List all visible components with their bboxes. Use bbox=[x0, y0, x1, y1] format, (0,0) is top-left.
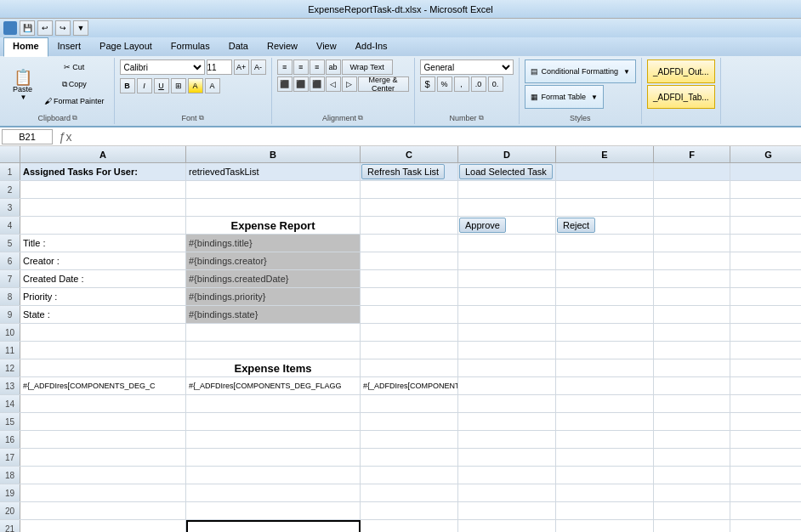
paste-button[interactable]: 📋 Paste ▼ bbox=[7, 59, 38, 110]
fill-color-button[interactable]: A bbox=[188, 78, 203, 93]
cell-b21[interactable] bbox=[186, 520, 361, 532]
cell-c16[interactable] bbox=[361, 431, 458, 448]
number-expand[interactable]: ⧉ bbox=[479, 114, 484, 122]
font-decrease-btn[interactable]: A- bbox=[251, 59, 266, 75]
cell-e15[interactable] bbox=[556, 413, 654, 430]
cell-d20[interactable] bbox=[458, 502, 556, 519]
cell-c6[interactable] bbox=[361, 252, 458, 269]
cell-e13[interactable] bbox=[556, 377, 654, 394]
angle-text-btn[interactable]: ab bbox=[326, 59, 341, 75]
cell-e4[interactable]: Reject bbox=[556, 217, 654, 234]
adfdi-out-button[interactable]: _ADFDI_Out... bbox=[647, 59, 715, 83]
cell-a16[interactable] bbox=[20, 431, 186, 448]
cell-b8[interactable]: #{bindings.priority} bbox=[186, 288, 361, 305]
cell-c21[interactable] bbox=[361, 520, 458, 532]
cell-c11[interactable] bbox=[361, 342, 458, 359]
cell-d7[interactable] bbox=[458, 270, 556, 287]
comma-btn[interactable]: , bbox=[454, 76, 469, 92]
cell-e2[interactable] bbox=[556, 181, 654, 198]
cell-c9[interactable] bbox=[361, 306, 458, 323]
cell-a7[interactable]: Created Date : bbox=[20, 270, 186, 287]
cell-d12[interactable] bbox=[458, 359, 556, 376]
font-expand[interactable]: ⧉ bbox=[199, 114, 204, 122]
cell-g1[interactable] bbox=[730, 163, 801, 180]
cell-a12[interactable] bbox=[20, 359, 186, 376]
cell-d15[interactable] bbox=[458, 413, 556, 430]
cell-g6[interactable] bbox=[730, 252, 801, 269]
tab-page-layout[interactable]: Page Layout bbox=[90, 37, 162, 56]
cell-g4[interactable] bbox=[730, 217, 801, 234]
indent-decrease-btn[interactable]: ◁ bbox=[326, 76, 341, 92]
cell-d21[interactable] bbox=[458, 520, 556, 532]
cell-b19[interactable] bbox=[186, 484, 361, 501]
cell-e20[interactable] bbox=[556, 502, 654, 519]
cell-f2[interactable] bbox=[654, 181, 730, 198]
format-painter-button[interactable]: 🖌 Format Painter bbox=[40, 93, 109, 109]
cell-c19[interactable] bbox=[361, 484, 458, 501]
cell-a5[interactable]: Title : bbox=[20, 235, 186, 252]
col-header-b[interactable]: B bbox=[186, 146, 361, 163]
cell-c1[interactable]: Refresh Task List bbox=[361, 163, 458, 180]
wrap-text-btn[interactable]: Wrap Text bbox=[342, 59, 393, 75]
undo-btn[interactable]: ↩ bbox=[37, 20, 53, 36]
cell-e7[interactable] bbox=[556, 270, 654, 287]
cell-f21[interactable] bbox=[654, 520, 730, 532]
cell-b6[interactable]: #{bindings.creator} bbox=[186, 252, 361, 269]
cell-e14[interactable] bbox=[556, 395, 654, 412]
cell-a11[interactable] bbox=[20, 342, 186, 359]
col-header-c[interactable]: C bbox=[361, 146, 458, 163]
align-left-btn[interactable]: ⬛ bbox=[277, 76, 293, 92]
cell-c14[interactable] bbox=[361, 395, 458, 412]
cell-e3[interactable] bbox=[556, 199, 654, 216]
format-table-button[interactable]: ▦ Format Table ▼ bbox=[525, 85, 604, 109]
align-top-right-btn[interactable]: ≡ bbox=[310, 59, 325, 75]
cell-d16[interactable] bbox=[458, 431, 556, 448]
cell-b4[interactable]: Expense Report bbox=[186, 217, 361, 234]
customize-btn[interactable]: ▼ bbox=[73, 20, 88, 36]
cell-b20[interactable] bbox=[186, 502, 361, 519]
cell-b11[interactable] bbox=[186, 342, 361, 359]
copy-button[interactable]: ⧉ Copy bbox=[40, 76, 109, 92]
cell-g3[interactable] bbox=[730, 199, 801, 216]
cell-g19[interactable] bbox=[730, 484, 801, 501]
load-selected-task-button[interactable]: Load Selected Task bbox=[459, 164, 553, 179]
cell-a19[interactable] bbox=[20, 484, 186, 501]
cell-e1[interactable] bbox=[556, 163, 654, 180]
cell-c15[interactable] bbox=[361, 413, 458, 430]
cell-c4[interactable] bbox=[361, 217, 458, 234]
cell-d8[interactable] bbox=[458, 288, 556, 305]
cell-c17[interactable] bbox=[361, 449, 458, 466]
cell-d3[interactable] bbox=[458, 199, 556, 216]
tab-data[interactable]: Data bbox=[219, 37, 258, 56]
cell-c8[interactable] bbox=[361, 288, 458, 305]
cell-e16[interactable] bbox=[556, 431, 654, 448]
cell-b9[interactable]: #{bindings.state} bbox=[186, 306, 361, 323]
cell-d14[interactable] bbox=[458, 395, 556, 412]
italic-button[interactable]: I bbox=[137, 78, 152, 93]
cell-f19[interactable] bbox=[654, 484, 730, 501]
cell-f20[interactable] bbox=[654, 502, 730, 519]
cell-f13[interactable] bbox=[654, 377, 730, 394]
cell-g7[interactable] bbox=[730, 270, 801, 287]
cell-a13[interactable]: #{_ADFDIres[COMPONENTS_DEG_C bbox=[20, 377, 186, 394]
align-right-btn[interactable]: ⬛ bbox=[310, 76, 325, 92]
cell-b7[interactable]: #{bindings.createdDate} bbox=[186, 270, 361, 287]
cell-f16[interactable] bbox=[654, 431, 730, 448]
merge-center-btn[interactable]: Merge & Center bbox=[358, 76, 409, 92]
cell-b16[interactable] bbox=[186, 431, 361, 448]
tab-review[interactable]: Review bbox=[258, 37, 307, 56]
cell-g15[interactable] bbox=[730, 413, 801, 430]
cell-d2[interactable] bbox=[458, 181, 556, 198]
reject-button[interactable]: Reject bbox=[557, 218, 595, 233]
cell-c2[interactable] bbox=[361, 181, 458, 198]
font-size-input[interactable] bbox=[207, 59, 232, 75]
font-name-select[interactable]: Calibri bbox=[120, 59, 205, 75]
cell-e18[interactable] bbox=[556, 467, 654, 484]
decrease-decimal-btn[interactable]: .0 bbox=[471, 76, 486, 92]
cell-a9[interactable]: State : bbox=[20, 306, 186, 323]
cell-c7[interactable] bbox=[361, 270, 458, 287]
cell-f12[interactable] bbox=[654, 359, 730, 376]
cell-b10[interactable] bbox=[186, 324, 361, 341]
cell-g5[interactable] bbox=[730, 235, 801, 252]
cell-d19[interactable] bbox=[458, 484, 556, 501]
